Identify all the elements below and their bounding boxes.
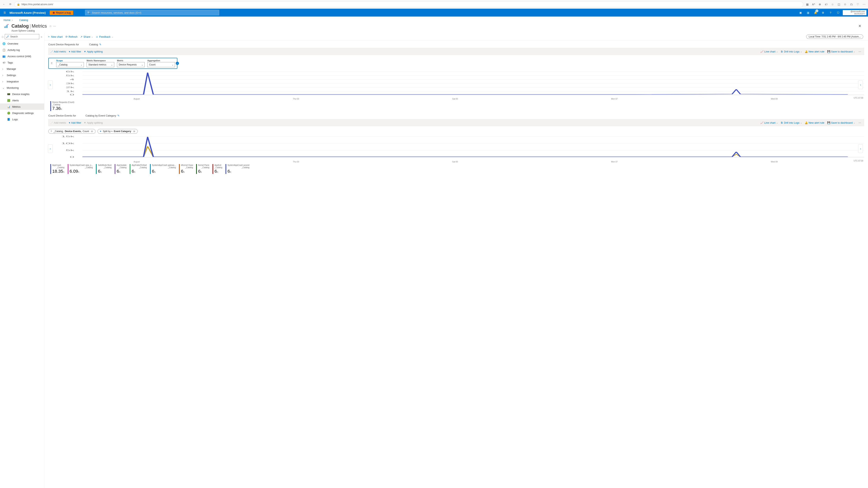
svg-text:4: 4 [70,78,74,80]
global-search[interactable]: 🔍 [85,10,219,15]
favorite-icon[interactable]: ☆ [830,2,835,7]
legend-item[interactable]: SafeMode Boot_Catalog 6k [96,164,112,174]
add-filter-button[interactable]: ▾Add filter [69,121,81,124]
save-dashboard-button[interactable]: 💾Save to dashboard⌄ [827,50,855,53]
search-input[interactable] [92,11,217,14]
zoom-icon[interactable]: ⊕ [817,2,822,7]
legend-item[interactable]: Kernel Panic_Catalog 6k [196,164,209,174]
user-account[interactable]: @microsoft.com MICROSOFT [843,10,866,15]
refresh-button[interactable]: ⟳ [8,2,12,7]
metrics-content: ＋New chart ⟳Refresh ↗Share⌄ ☺Feedback⌄ L… [44,33,868,488]
report-bug-button[interactable]: 🐞 Report a bug [50,10,73,15]
collections-icon[interactable]: 🗀 [849,2,854,7]
legend-item[interactable]: SystemAppCrash azured_Catalog 6k [225,164,249,174]
notifications-icon[interactable]: 🔔2 [812,9,819,17]
address-bar[interactable]: 🔒 https://ms.portal.azure.com/ [14,1,803,7]
extensions-icon[interactable]: ▦ [805,2,810,7]
add-metric-button[interactable]: ⋰Add metric [51,50,66,53]
new-chart-button[interactable]: ＋New chart [48,35,63,38]
legend-item[interactable]: AppFailedToStart_Catalog 6k [130,164,147,174]
sidebar-item-overview[interactable]: 🌐Overview [0,40,44,47]
more-actions-icon[interactable]: ⋯ [53,25,56,28]
sidebar-item-alerts[interactable]: 🟩Alerts [0,97,44,103]
namespace-select[interactable]: Standard metrics [87,62,114,67]
apply-check-icon[interactable]: ✓ [176,62,179,65]
metric-pill[interactable]: ⠿ _Catalog, Device Events, Count ✕ [48,129,95,134]
feedback-icon[interactable]: 🗩 [834,9,842,17]
performance-icon[interactable]: ♡ [856,2,860,7]
chart-next-button[interactable]: › [858,80,863,89]
chart-next-button[interactable]: › [858,144,863,153]
settings-icon[interactable]: ⚙ [819,9,827,17]
sidebar-item-diagnostic[interactable]: 🟢Diagnostic settings [0,110,44,116]
remove-pill-icon[interactable]: ✕ [133,130,135,133]
directory-icon[interactable]: ▥ [804,9,812,17]
new-alert-button[interactable]: 🔔New alert rule [805,50,825,53]
back-button[interactable]: ← [2,2,6,7]
apply-splitting-button[interactable]: ⁕Apply splitting [84,50,102,53]
shopping-icon[interactable]: 🏷 [824,2,829,7]
aggregation-select[interactable]: Count [147,62,175,67]
edit-title-icon[interactable]: ✎ [99,43,101,46]
sidebar-item-metrics[interactable]: 📊Metrics [0,103,44,110]
sidebar-item-tags[interactable]: 🏷Tags [0,59,44,66]
metric-select[interactable]: Device Requests [117,62,145,67]
save-dashboard-button[interactable]: 💾Save to dashboard⌄ [827,121,855,124]
new-alert-button[interactable]: 🔔New alert rule [805,121,825,124]
legend-item[interactable]: AppUpdate_Catalog 6k [115,164,126,174]
azure-brand[interactable]: Microsoft Azure (Preview) [9,11,46,14]
fav-list-icon[interactable]: ✩ [843,2,847,7]
drill-logs-button[interactable]: 🗎Drill into Logs⌄ [781,121,802,124]
drill-logs-button[interactable]: 🗎Drill into Logs⌄ [781,50,802,53]
edit-title-icon[interactable]: ✎ [117,114,120,117]
legend-item[interactable]: dKernel Oops_Catalog 6k [179,164,193,174]
legend-item[interactable]: SystemAppCrash wpa_s..._Catalog 6.09k [68,164,93,174]
sidebar-search[interactable]: 🔎 Search [5,34,39,39]
close-blade-button[interactable]: ✕ [857,23,863,29]
sidebar-item-device-insights[interactable]: 📟Device insights [0,91,44,97]
cloud-shell-icon[interactable]: ▣ [797,9,804,17]
pin-icon[interactable]: ☆ [49,25,52,28]
plus-icon: ＋ [48,35,50,38]
sidebar-item-integration[interactable]: ›Integration [0,78,44,85]
resource-sidebar: ◇ 🔎 Search « 🌐Overview 📋Activity log 👥Ac… [0,33,44,488]
scope-label[interactable]: Scope [56,59,84,62]
collapse-sidebar-icon[interactable]: « [40,35,42,39]
sidebar-item-monitoring[interactable]: ⌄Monitoring [0,85,44,91]
sidebar-item-logs[interactable]: 📘Logs [0,116,44,123]
chart-prev-button[interactable]: ‹ [48,80,53,89]
crumb-home[interactable]: Home [4,19,10,22]
legend-item[interactable]: AppExit_Catalog 6k [213,164,222,174]
sidebar-item-settings[interactable]: ›Settings [0,72,44,78]
sidebar-item-activity-log[interactable]: 📋Activity log [0,47,44,53]
svg-text:3k: 3k [66,83,74,85]
svg-text:2k: 2k [66,86,74,89]
more-icon[interactable]: ⋯ [862,2,866,7]
refresh-button[interactable]: ⟳Refresh [65,35,78,38]
drag-handle-icon[interactable]: ⠿ [51,62,54,65]
chart-type-button[interactable]: 📈Line chart⌄ [760,121,778,124]
split-pill[interactable]: ⁕ Split by = Event Category ✕ [97,129,138,134]
text-size-icon[interactable]: Aᴬ [811,2,816,7]
chart-prev-button[interactable]: ‹ [48,144,53,153]
hamburger-icon[interactable]: ☰ [2,10,7,15]
split-icon[interactable]: ◫ [836,2,841,7]
remove-pill-icon[interactable]: ✕ [91,130,93,133]
chart-more-icon[interactable]: ⋯ [858,50,862,53]
share-button[interactable]: ↗Share⌄ [80,35,93,38]
time-range-picker[interactable]: Local Time: 7/31 2:45 PM - 8/9 2:45 PM (… [806,34,863,39]
help-icon[interactable]: ? [827,9,834,17]
feedback-button[interactable]: ☺Feedback⌄ [96,35,113,38]
legend-item[interactable]: Device Requests (Count) _Catalog 7.36k [50,101,74,111]
metric-picker: ⠿ Scope _Catalog Metric Namespace Standa… [48,58,177,69]
sidebar-item-manage[interactable]: ›Manage [0,66,44,72]
add-filter-button[interactable]: ▾Add filter [69,50,81,53]
sidebar-item-iam[interactable]: 👥Access control (IAM) [0,53,44,59]
legend-item[interactable]: AppCrash_Catalog 18.35k [50,164,64,174]
pin-icon-small[interactable]: ◇ [2,35,4,38]
scope-select[interactable]: _Catalog [56,62,84,67]
chart-more-icon[interactable]: ⋯ [858,121,862,124]
crumb-catalog[interactable]: Catalog [19,19,28,22]
chart-type-button[interactable]: 📈Line chart⌄ [760,50,778,53]
legend-item[interactable]: SystemAppCrash gatewa..._Catalog 6k [150,164,176,174]
